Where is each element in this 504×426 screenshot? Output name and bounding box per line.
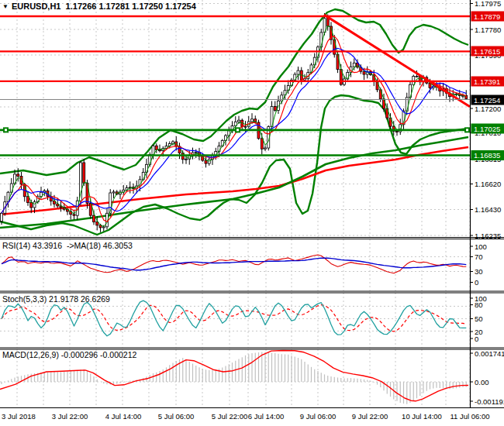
- svg-text:0.001741: 0.001741: [475, 349, 504, 358]
- price-tag-1.17254: 1.17254: [471, 95, 504, 105]
- svg-text:1.16430: 1.16430: [475, 205, 501, 214]
- svg-text:3 Jul 22:00: 3 Jul 22:00: [52, 412, 88, 421]
- svg-text:0.00: 0.00: [475, 378, 489, 386]
- price-tag-1.16835: 1.16835: [471, 150, 504, 160]
- svg-text:1.17615: 1.17615: [474, 47, 500, 56]
- svg-text:3 Jul 2018: 3 Jul 2018: [2, 412, 36, 421]
- price-tag-1.17025: 1.17025: [471, 124, 504, 134]
- chart-dropdown-icon[interactable]: ▼: [2, 3, 9, 10]
- svg-text:1.16235: 1.16235: [475, 232, 501, 240]
- time-scale[interactable]: 3 Jul 20183 Jul 22:004 Jul 14:005 Jul 06…: [2, 412, 490, 421]
- svg-text:100: 100: [475, 242, 487, 251]
- macd-indicator-label: MACD(12,26,9) -0.000296 -0.000212: [2, 350, 136, 359]
- svg-text:30: 30: [475, 267, 483, 276]
- svg-text:11 Jul 06:00: 11 Jul 06:00: [450, 412, 489, 421]
- svg-text:9 Jul 06:00: 9 Jul 06:00: [300, 412, 336, 421]
- svg-text:6 Jul 14:00: 6 Jul 14:00: [248, 412, 284, 421]
- svg-text:80: 80: [475, 301, 483, 309]
- svg-text:1.17879: 1.17879: [474, 12, 500, 21]
- chart-window[interactable]: 1.179751.177801.175901.172001.170101.168…: [0, 0, 504, 426]
- svg-text:5 Jul 06:00: 5 Jul 06:00: [158, 412, 194, 421]
- svg-text:10 Jul 14:00: 10 Jul 14:00: [402, 412, 442, 421]
- svg-text:50: 50: [475, 314, 483, 323]
- chart-title-text: EURUSD,H1 1.17266 1.17281 1.17250 1.1725…: [12, 2, 196, 11]
- svg-text:5 Jul 22:00: 5 Jul 22:00: [212, 412, 247, 421]
- stoch-indicator-label: Stoch(5,3,3) 21.9178 26.6269: [2, 294, 110, 304]
- svg-text:1.17025: 1.17025: [474, 125, 500, 133]
- svg-text:1.17200: 1.17200: [475, 105, 501, 113]
- price-tag-1.17615: 1.17615: [471, 46, 504, 57]
- svg-text:0: 0: [475, 278, 478, 287]
- svg-text:-0.001191: -0.001191: [475, 397, 504, 406]
- svg-text:4 Jul 14:00: 4 Jul 14:00: [105, 412, 141, 421]
- svg-text:1.17391: 1.17391: [474, 77, 500, 86]
- svg-text:1.17975: 1.17975: [475, 0, 501, 8]
- svg-text:9 Jul 22:00: 9 Jul 22:00: [352, 412, 388, 421]
- chart-title-bar: ▼EURUSD,H1 1.17266 1.17281 1.17250 1.172…: [2, 2, 196, 12]
- svg-text:1.17780: 1.17780: [475, 26, 501, 34]
- svg-text:1.16835: 1.16835: [474, 151, 500, 160]
- price-tag-1.17879: 1.17879: [471, 12, 504, 22]
- svg-text:70: 70: [475, 253, 483, 261]
- rsi-indicator-label: RSI(14) 43.3916 ->MA(18) 46.3053: [2, 241, 133, 250]
- price-tag-1.17391: 1.17391: [471, 77, 504, 87]
- svg-text:1.17254: 1.17254: [474, 96, 500, 105]
- svg-text:1.16620: 1.16620: [475, 180, 501, 188]
- chart-plot-area[interactable]: 1.179751.177801.175901.172001.170101.168…: [0, 0, 504, 426]
- svg-text:0: 0: [475, 335, 478, 343]
